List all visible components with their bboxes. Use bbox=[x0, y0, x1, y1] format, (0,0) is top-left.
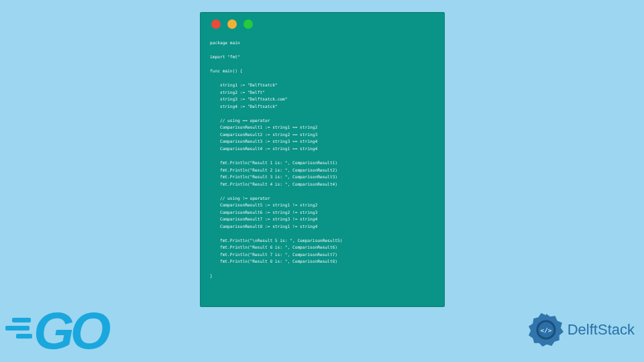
code-window: package main import "fmt" func main() { … bbox=[200, 12, 445, 307]
minimize-icon bbox=[227, 19, 237, 29]
delftstack-logo: </> DelftStack bbox=[529, 312, 635, 347]
code-tag-icon: </> bbox=[540, 326, 551, 334]
code-block: package main import "fmt" func main() { … bbox=[201, 36, 444, 306]
go-speed-line-icon bbox=[12, 318, 31, 322]
go-logo: GO bbox=[7, 304, 134, 353]
go-speed-line-icon bbox=[16, 334, 32, 339]
window-titlebar bbox=[201, 13, 444, 36]
go-speed-line-icon bbox=[5, 326, 30, 330]
close-icon bbox=[211, 19, 221, 29]
go-logo-text: GO bbox=[34, 300, 107, 361]
delftstack-logo-text: DelftStack bbox=[568, 321, 635, 339]
delftstack-gear-icon: </> bbox=[529, 312, 564, 347]
maximize-icon bbox=[244, 19, 253, 29]
